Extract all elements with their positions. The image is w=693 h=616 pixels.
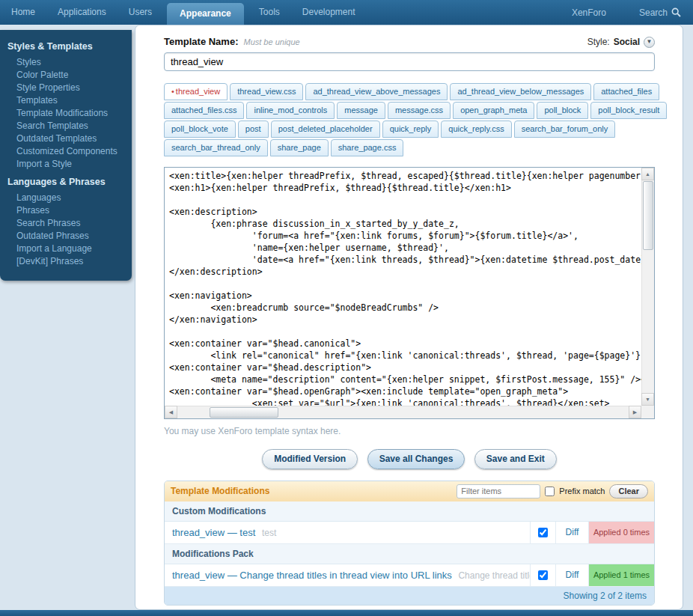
tab-poll-block-result[interactable]: poll_block_result (590, 102, 667, 119)
tab-quick-reply[interactable]: quick_reply (382, 121, 439, 138)
scrollbar-corner (641, 406, 654, 418)
search-link[interactable]: Search (639, 7, 681, 18)
sidebar-item-templates[interactable]: Templates (0, 94, 132, 106)
modification-main: thread_view — Change thread titles in th… (165, 564, 530, 586)
filter-items-input[interactable] (457, 484, 540, 498)
modifications-controls: Prefix match Clear (457, 484, 648, 498)
sidebar-item-devkit-phrases[interactable]: [DevKit] Phrases (0, 254, 132, 267)
save-and-exit-button[interactable]: Save and Exit (474, 449, 557, 469)
sidebar-item-import-a-language[interactable]: Import a Language (0, 242, 132, 254)
group-custom-modifications: Custom Modifications (165, 501, 654, 522)
nav-home[interactable]: Home (0, 0, 46, 25)
template-name-hint: Must be unique (243, 37, 299, 46)
sidebar-item-search-phrases[interactable]: Search Phrases (0, 216, 132, 229)
tab-post[interactable]: post (238, 121, 269, 138)
prefix-match-checkbox[interactable] (545, 487, 555, 496)
sidebar-item-search-templates[interactable]: Search Templates (0, 119, 132, 132)
sidebar-item-phrases[interactable]: Phrases (0, 204, 132, 216)
nav-development[interactable]: Development (291, 0, 367, 25)
diff-link[interactable]: Diff (566, 570, 579, 580)
tab-poll-block[interactable]: poll_block (537, 102, 588, 119)
tab-thread-view[interactable]: •thread_view (164, 83, 228, 100)
tab-share-page[interactable]: share_page (270, 139, 329, 156)
sidebar-item-color-palette[interactable]: Color Palette (0, 68, 132, 81)
nav-appearance[interactable]: Appearance (167, 3, 244, 25)
tab-search-bar-thread-only[interactable]: search_bar_thread_only (164, 139, 268, 156)
tab-share-page-css[interactable]: share_page.css (331, 139, 404, 156)
sidebar-section-styles-templates: Styles & Templates (0, 34, 132, 55)
sidebar-item-customized-components[interactable]: Customized Components (0, 144, 132, 157)
syntax-hint: You may use XenForo template syntax here… (164, 426, 655, 436)
modified-marker: • (171, 87, 174, 96)
tab-thread-view-css[interactable]: thread_view.css (230, 83, 303, 100)
save-all-changes-button[interactable]: Save all Changes (367, 449, 465, 469)
sidebar: Styles & Templates Styles Color Palette … (0, 30, 132, 281)
modification-enabled-cell (530, 564, 555, 586)
admin-page: Home Applications Users Appearance Tools… (0, 0, 693, 616)
modification-enabled-checkbox[interactable] (538, 570, 548, 580)
applied-status-badge: Applied 1 times (588, 564, 654, 586)
tab-search-bar-forum-only[interactable]: search_bar_forum_only (514, 121, 616, 138)
horizontal-scrollbar[interactable]: ◀ ▶ (165, 406, 641, 418)
xenforo-brand-link[interactable]: XenForo (572, 7, 606, 18)
scroll-left-button[interactable]: ◀ (165, 406, 177, 418)
tab-quick-reply-css[interactable]: quick_reply.css (441, 121, 511, 138)
sidebar-item-style-properties[interactable]: Style Properties (0, 81, 132, 94)
template-name-input[interactable] (164, 52, 655, 71)
vertical-scrollbar[interactable]: ▲ ▼ (641, 168, 654, 406)
tab-poll-block-vote[interactable]: poll_block_vote (164, 121, 236, 138)
template-code[interactable]: <xen:title>{xen:helper threadPrefix, $th… (165, 168, 641, 406)
modification-enabled-checkbox[interactable] (538, 528, 548, 537)
nav-applications[interactable]: Applications (46, 0, 117, 25)
tab-message-css[interactable]: message.css (388, 102, 451, 119)
search-icon (671, 7, 681, 17)
scroll-up-button[interactable]: ▲ (641, 168, 654, 180)
tab-attached-files[interactable]: attached_files (593, 83, 659, 100)
top-navigation-bar: Home Applications Users Appearance Tools… (0, 0, 693, 25)
sidebar-item-languages[interactable]: Languages (0, 191, 132, 204)
tab-label: thread_view (176, 87, 220, 96)
sidebar-item-styles[interactable]: Styles (0, 55, 132, 68)
tab-open-graph-meta[interactable]: open_graph_meta (453, 102, 534, 119)
modified-version-button[interactable]: Modified Version (262, 449, 358, 469)
modification-title-link[interactable]: thread_view — Change thread titles in th… (172, 570, 452, 581)
tab-attached-files-css[interactable]: attached_files.css (164, 102, 244, 119)
sidebar-item-template-modifications[interactable]: Template Modifications (0, 106, 132, 119)
template-code-editor[interactable]: <xen:title>{xen:helper threadPrefix, $th… (164, 167, 655, 419)
nav-users[interactable]: Users (117, 0, 163, 25)
diff-link[interactable]: Diff (566, 527, 579, 537)
tab-post-deleted-placeholder[interactable]: post_deleted_placeholder (271, 121, 380, 138)
modifications-count-footer: Showing 2 of 2 items (165, 587, 654, 605)
tab-message[interactable]: message (337, 102, 385, 119)
group-modifications-pack: Modifications Pack (165, 544, 654, 564)
tab-inline-mod-controls[interactable]: inline_mod_controls (246, 102, 335, 119)
tab-ad-thread-view-above-messages[interactable]: ad_thread_view_above_messages (305, 83, 448, 100)
template-modifications-panel: Template Modifications Prefix match Clea… (164, 481, 655, 606)
style-chooser: Style: Social ▼ (587, 37, 655, 48)
style-dropdown-button[interactable]: ▼ (644, 37, 655, 48)
nav-tools[interactable]: Tools (248, 0, 291, 25)
page-bottom-bar (0, 610, 693, 616)
sidebar-item-outdated-phrases[interactable]: Outdated Phrases (0, 229, 132, 242)
tab-ad-thread-view-below-messages[interactable]: ad_thread_view_below_messages (450, 83, 591, 100)
modification-main: thread_view — test test (165, 522, 530, 543)
scroll-down-button[interactable]: ▼ (641, 393, 654, 406)
topbar-right: XenForo Search (572, 0, 693, 25)
modification-title-link[interactable]: thread_view — test (172, 527, 255, 538)
modification-description: test (262, 528, 276, 538)
template-tabs: •thread_view thread_view.css ad_thread_v… (164, 83, 655, 156)
template-name-label: Template Name: (164, 36, 238, 47)
tab-row-4: search_bar_thread_only share_page share_… (164, 139, 655, 156)
modification-diff-cell: Diff (555, 564, 588, 586)
sidebar-section-languages-phrases: Languages & Phrases (0, 170, 132, 191)
horizontal-scroll-thumb[interactable] (210, 407, 278, 418)
style-label: Style: (587, 37, 610, 47)
tab-row-3: poll_block_vote post post_deleted_placeh… (164, 121, 655, 138)
vertical-scroll-thumb[interactable] (643, 181, 653, 250)
sidebar-item-outdated-templates[interactable]: Outdated Templates (0, 132, 132, 144)
scroll-right-button[interactable]: ▶ (629, 406, 641, 418)
modification-diff-cell: Diff (555, 522, 588, 543)
editor-buttons: Modified Version Save all Changes Save a… (164, 449, 655, 469)
sidebar-item-import-a-style[interactable]: Import a Style (0, 157, 132, 170)
clear-filter-button[interactable]: Clear (609, 484, 648, 498)
